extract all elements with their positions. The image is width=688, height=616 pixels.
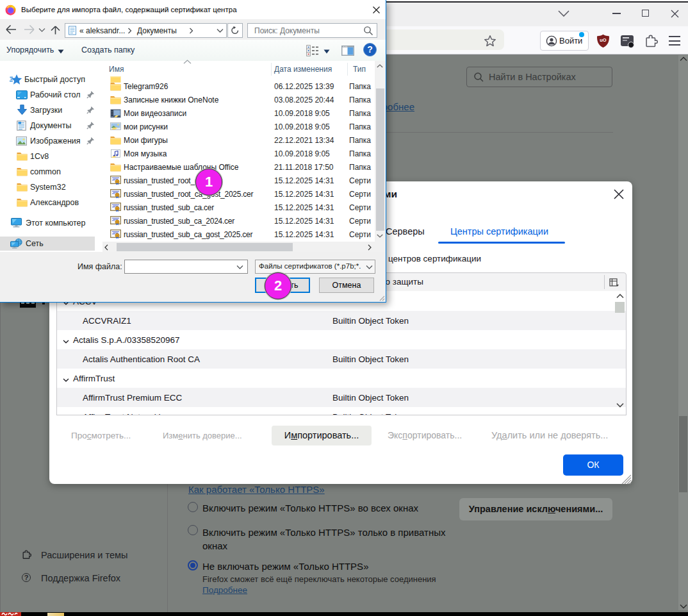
svg-text:uO: uO <box>600 37 607 43</box>
